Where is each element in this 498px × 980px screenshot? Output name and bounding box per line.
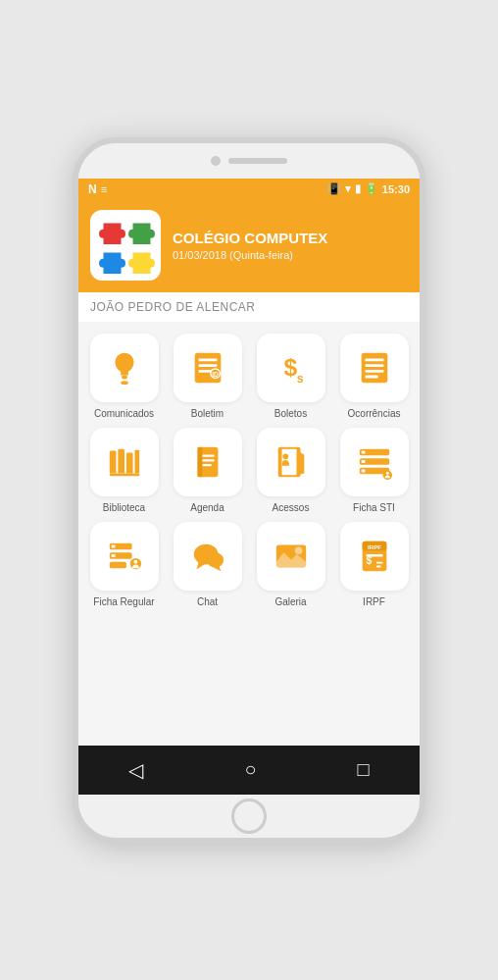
grid-row-1: Comunicados ID Boletim: [86, 334, 412, 420]
grid-item-ficha-regular[interactable]: Ficha Regular: [86, 522, 162, 608]
physical-home-button[interactable]: [231, 799, 267, 834]
svg-rect-18: [134, 449, 139, 473]
svg-point-27: [282, 453, 288, 459]
grid-item-ocorrencias[interactable]: Ocorrências: [336, 334, 412, 420]
status-right: 📳 ▾ ▮ 🔋 15:30: [327, 182, 410, 195]
agenda-label: Agenda: [190, 502, 224, 514]
comunicados-icon-box[interactable]: [90, 334, 159, 402]
grid-item-boletim[interactable]: ID Boletim: [170, 334, 245, 420]
boletos-icon-box[interactable]: $ s: [257, 334, 325, 402]
grid-item-chat[interactable]: Chat: [170, 522, 245, 608]
header-info: COLÉGIO COMPUTEX 01/03/2018 (Quinta-feir…: [173, 230, 408, 261]
grid-row-3: Ficha Regular Chat: [86, 522, 412, 608]
svg-rect-52: [375, 561, 382, 563]
grid-row-2: Biblioteca Agenda: [86, 428, 412, 514]
chat-icon-box[interactable]: [174, 522, 242, 591]
svg-rect-53: [375, 565, 380, 567]
phone-bottom-bar: [78, 795, 420, 838]
svg-rect-3: [198, 358, 217, 361]
svg-rect-40: [111, 554, 115, 557]
recent-button[interactable]: □: [357, 758, 369, 781]
svg-rect-15: [109, 450, 116, 473]
svg-rect-32: [361, 460, 365, 463]
svg-rect-21: [197, 446, 202, 476]
grid-item-agenda[interactable]: Agenda: [170, 428, 245, 514]
header-date: 01/03/2018 (Quinta-feira): [173, 249, 408, 261]
boletim-label: Boletim: [191, 408, 224, 420]
grid-item-ficha-sti[interactable]: Ficha STI: [336, 428, 412, 514]
svg-rect-14: [365, 375, 377, 378]
phone-screen: N ≡ 📳 ▾ ▮ 🔋 15:30: [78, 179, 420, 795]
svg-text:$: $: [283, 353, 297, 380]
svg-point-42: [133, 559, 137, 563]
svg-rect-33: [361, 469, 365, 472]
svg-rect-13: [365, 369, 383, 372]
comunicados-label: Comunicados: [94, 408, 154, 420]
ficha-sti-icon-box[interactable]: [340, 428, 409, 496]
ocorrencias-label: Ocorrências: [348, 408, 401, 420]
svg-rect-12: [365, 364, 383, 367]
svg-text:$: $: [366, 554, 372, 565]
user-bar: JOÃO PEDRO DE ALENCAR: [78, 292, 420, 322]
phone-top-bar: [78, 143, 420, 179]
home-button[interactable]: ○: [244, 758, 256, 781]
back-button[interactable]: ◁: [128, 758, 143, 782]
school-name: COLÉGIO COMPUTEX: [173, 230, 408, 247]
svg-rect-5: [198, 369, 211, 372]
svg-text:s: s: [296, 372, 303, 386]
username-display: JOÃO PEDRO DE ALENCAR: [90, 300, 256, 314]
time-display: 15:30: [382, 183, 410, 195]
grid-item-comunicados[interactable]: Comunicados: [86, 334, 162, 420]
svg-rect-24: [202, 463, 212, 465]
biblioteca-label: Biblioteca: [103, 502, 145, 514]
svg-rect-23: [202, 459, 214, 461]
chat-label: Chat: [197, 596, 218, 608]
grid-item-acessos[interactable]: Acessos: [253, 428, 328, 514]
bottom-nav: ◁ ○ □: [78, 746, 420, 795]
svg-text:ID: ID: [212, 371, 219, 378]
status-bar: N ≡ 📳 ▾ ▮ 🔋 15:30: [78, 179, 420, 200]
header: COLÉGIO COMPUTEX 01/03/2018 (Quinta-feir…: [78, 200, 420, 292]
school-logo: [90, 210, 161, 281]
phone-frame: N ≡ 📳 ▾ ▮ 🔋 15:30: [73, 137, 425, 844]
grid-item-boletos[interactable]: $ s Boletos: [253, 334, 328, 420]
biblioteca-icon-box[interactable]: [90, 428, 159, 496]
svg-rect-11: [365, 358, 383, 361]
ficha-sti-label: Ficha STI: [353, 502, 395, 514]
svg-point-46: [294, 546, 302, 554]
ficha-regular-icon-box[interactable]: [90, 522, 159, 591]
galeria-label: Galeria: [274, 596, 306, 608]
svg-rect-39: [111, 544, 115, 547]
galeria-icon-box[interactable]: [257, 522, 325, 591]
status-icon-signal: ≡: [101, 183, 107, 195]
acessos-label: Acessos: [273, 502, 310, 514]
grid-item-galeria[interactable]: Galeria: [253, 522, 328, 608]
svg-rect-22: [202, 454, 214, 456]
acessos-icon-box[interactable]: [257, 428, 325, 496]
signal-icon: ▮: [355, 182, 361, 195]
svg-point-34: [382, 470, 392, 480]
boletim-icon-box[interactable]: ID: [174, 334, 242, 402]
irpf-label: IRPF: [363, 596, 385, 608]
svg-rect-17: [125, 452, 132, 473]
svg-point-35: [385, 471, 388, 474]
svg-rect-0: [122, 375, 127, 379]
ocorrencias-icon-box[interactable]: [340, 334, 409, 402]
status-icon-n: N: [88, 182, 97, 196]
agenda-icon-box[interactable]: [174, 428, 242, 496]
camera: [211, 156, 221, 166]
grid-item-irpf[interactable]: IRPF $ IRPF: [336, 522, 412, 608]
irpf-icon-box[interactable]: IRPF $: [340, 522, 409, 591]
svg-point-44: [207, 552, 224, 567]
grid-item-biblioteca[interactable]: Biblioteca: [86, 428, 162, 514]
svg-rect-19: [109, 473, 138, 476]
svg-rect-31: [361, 450, 365, 453]
battery-icon: 🔋: [365, 182, 378, 195]
svg-rect-16: [118, 448, 124, 473]
wifi-icon: ▾: [345, 182, 351, 195]
speaker: [228, 158, 287, 164]
boletos-label: Boletos: [274, 408, 307, 420]
svg-rect-4: [198, 364, 217, 367]
svg-text:IRPF: IRPF: [367, 543, 380, 550]
svg-rect-38: [109, 561, 125, 568]
